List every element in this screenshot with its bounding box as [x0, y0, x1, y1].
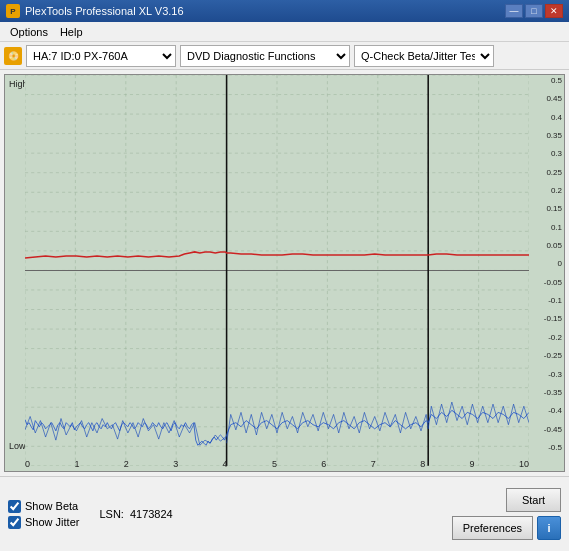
y-label-n0.35: -0.35 [544, 388, 562, 397]
drive-icon: 📀 [4, 47, 22, 65]
y-label-0.5: 0.5 [544, 76, 562, 85]
menu-bar: Options Help [0, 22, 569, 42]
x-label-0: 0 [25, 459, 30, 469]
x-label-6: 6 [321, 459, 326, 469]
menu-options[interactable]: Options [4, 24, 54, 40]
chart-svg [25, 75, 529, 466]
y-axis-right: 0.5 0.45 0.4 0.35 0.3 0.25 0.2 0.15 0.1 … [544, 75, 562, 453]
chart-container: High Low [4, 74, 565, 472]
start-button[interactable]: Start [506, 488, 561, 512]
y-label-n0.4: -0.4 [544, 406, 562, 415]
y-label-n0.05: -0.05 [544, 278, 562, 287]
y-label-n0.1: -0.1 [544, 296, 562, 305]
y-label-0.45: 0.45 [544, 94, 562, 103]
y-label-0.15: 0.15 [544, 204, 562, 213]
function-select[interactable]: DVD Diagnostic Functions [180, 45, 350, 67]
toolbar: 📀 HA:7 ID:0 PX-760A DVD Diagnostic Funct… [0, 42, 569, 70]
y-label-0.3: 0.3 [544, 149, 562, 158]
x-label-1: 1 [74, 459, 79, 469]
lsn-label: LSN: [99, 508, 123, 520]
y-label-n0.5: -0.5 [544, 443, 562, 452]
y-label-0.4: 0.4 [544, 113, 562, 122]
y-low-label: Low [9, 441, 26, 451]
x-label-9: 9 [470, 459, 475, 469]
main-area: High Low [0, 70, 569, 551]
y-label-n0.45: -0.45 [544, 425, 562, 434]
y-label-0.35: 0.35 [544, 131, 562, 140]
preferences-button[interactable]: Preferences [452, 516, 533, 540]
y-label-n0.2: -0.2 [544, 333, 562, 342]
show-beta-checkbox[interactable] [8, 500, 21, 513]
x-label-4: 4 [223, 459, 228, 469]
y-label-0.2: 0.2 [544, 186, 562, 195]
show-jitter-checkbox[interactable] [8, 516, 21, 529]
menu-help[interactable]: Help [54, 24, 89, 40]
y-label-n0.3: -0.3 [544, 370, 562, 379]
y-label-0.1: 0.1 [544, 223, 562, 232]
x-label-3: 3 [173, 459, 178, 469]
app-title: PlexTools Professional XL V3.16 [25, 5, 505, 17]
lsn-area: LSN: 4173824 [99, 508, 172, 520]
minimize-button[interactable]: — [505, 4, 523, 18]
show-beta-label: Show Beta [25, 500, 78, 512]
y-label-n0.15: -0.15 [544, 314, 562, 323]
bottom-panel: Show Beta Show Jitter LSN: 4173824 Start… [0, 476, 569, 551]
y-label-0.05: 0.05 [544, 241, 562, 250]
x-label-5: 5 [272, 459, 277, 469]
show-jitter-row: Show Jitter [8, 516, 79, 529]
x-label-7: 7 [371, 459, 376, 469]
test-select[interactable]: Q-Check Beta/Jitter Test [354, 45, 494, 67]
checkboxes: Show Beta Show Jitter [8, 500, 79, 529]
show-jitter-label: Show Jitter [25, 516, 79, 528]
x-label-8: 8 [420, 459, 425, 469]
bottom-right-buttons: Preferences i [452, 516, 561, 540]
maximize-button[interactable]: □ [525, 4, 543, 18]
y-label-0: 0 [544, 259, 562, 268]
close-button[interactable]: ✕ [545, 4, 563, 18]
x-label-10: 10 [519, 459, 529, 469]
show-beta-row: Show Beta [8, 500, 79, 513]
app-icon: P [6, 4, 20, 18]
info-button[interactable]: i [537, 516, 561, 540]
y-label-n0.25: -0.25 [544, 351, 562, 360]
lsn-value: 4173824 [130, 508, 173, 520]
title-bar: P PlexTools Professional XL V3.16 — □ ✕ [0, 0, 569, 22]
x-label-2: 2 [124, 459, 129, 469]
window-controls: — □ ✕ [505, 4, 563, 18]
x-axis-labels: 0 1 2 3 4 5 6 7 8 9 10 [25, 459, 529, 469]
y-label-0.25: 0.25 [544, 168, 562, 177]
drive-select[interactable]: HA:7 ID:0 PX-760A [26, 45, 176, 67]
bottom-right: Start Preferences i [452, 488, 561, 540]
